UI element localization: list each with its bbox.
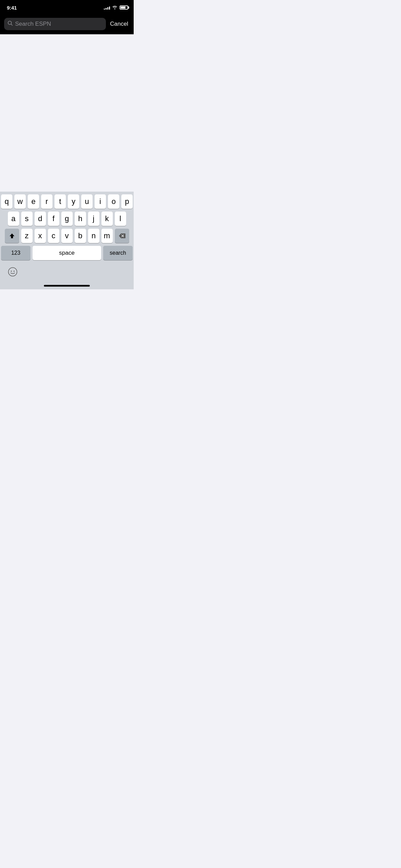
numbers-key[interactable]: 123 (1, 246, 31, 260)
home-indicator (44, 285, 90, 287)
space-key[interactable]: space (33, 246, 101, 260)
key-r[interactable]: r (41, 194, 52, 209)
shift-key[interactable] (5, 229, 19, 243)
key-v[interactable]: v (61, 229, 73, 243)
key-t[interactable]: t (54, 194, 66, 209)
keyboard-row-4: 123 space search (1, 246, 133, 260)
status-time: 9:41 (7, 5, 17, 11)
key-x[interactable]: x (35, 229, 46, 243)
battery-icon (120, 5, 128, 10)
status-bar: 9:41 (0, 0, 134, 15)
cancel-button[interactable]: Cancel (109, 21, 130, 27)
key-s[interactable]: s (21, 212, 33, 226)
search-key[interactable]: search (103, 246, 133, 260)
key-m[interactable]: m (101, 229, 113, 243)
key-q[interactable]: q (1, 194, 12, 209)
key-j[interactable]: j (88, 212, 99, 226)
key-k[interactable]: k (101, 212, 113, 226)
delete-key[interactable] (115, 229, 129, 243)
key-f[interactable]: f (48, 212, 59, 226)
key-n[interactable]: n (88, 229, 99, 243)
signal-icon (104, 5, 110, 10)
search-input[interactable] (15, 21, 102, 27)
status-icons (104, 5, 128, 10)
keyboard: q w e r t y u i o p a s d f g h j k l z … (0, 192, 134, 289)
search-input-wrapper[interactable] (4, 18, 106, 30)
key-y[interactable]: y (68, 194, 79, 209)
key-z[interactable]: z (21, 229, 33, 243)
svg-point-3 (14, 271, 15, 272)
key-p[interactable]: p (121, 194, 133, 209)
key-a[interactable]: a (8, 212, 19, 226)
svg-point-2 (11, 271, 12, 272)
home-indicator-bar (1, 282, 133, 289)
keyboard-row-3: z x c v b n m (1, 229, 133, 243)
emoji-button[interactable] (7, 266, 19, 278)
key-l[interactable]: l (115, 212, 126, 226)
key-e[interactable]: e (28, 194, 39, 209)
keyboard-row-1: q w e r t y u i o p (1, 194, 133, 209)
key-c[interactable]: c (48, 229, 59, 243)
key-d[interactable]: d (35, 212, 46, 226)
key-u[interactable]: u (81, 194, 93, 209)
main-content (0, 34, 134, 190)
bottom-bar (1, 263, 133, 282)
key-h[interactable]: h (75, 212, 86, 226)
key-b[interactable]: b (75, 229, 86, 243)
key-g[interactable]: g (61, 212, 73, 226)
wifi-icon (112, 5, 118, 10)
svg-point-1 (9, 268, 17, 276)
search-bar-container: Cancel (0, 15, 134, 34)
keyboard-row-2: a s d f g h j k l (1, 212, 133, 226)
key-o[interactable]: o (108, 194, 119, 209)
key-i[interactable]: i (95, 194, 106, 209)
key-w[interactable]: w (14, 194, 26, 209)
search-icon (8, 21, 13, 27)
